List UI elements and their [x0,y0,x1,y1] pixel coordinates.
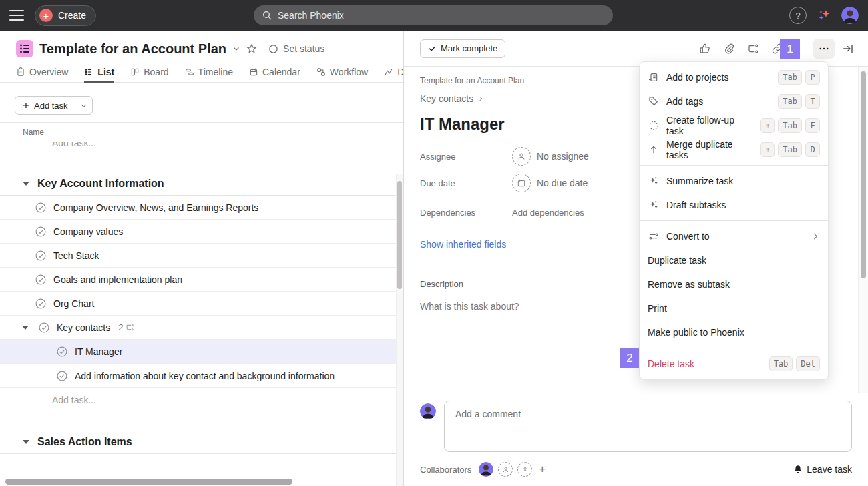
thumbs-up-icon [699,43,711,55]
tab-calendar[interactable]: Calendar [249,61,300,82]
menu-item-summarize-task[interactable]: Summarize task [640,169,828,193]
set-status-button[interactable]: Set status [268,43,324,54]
hamburger-menu-icon[interactable] [9,10,24,21]
subtask-button[interactable] [742,39,764,59]
star-icon[interactable] [246,43,257,54]
horizontal-scrollbar[interactable] [5,479,292,485]
section-row[interactable]: Sales Action Items [0,430,403,454]
section-row[interactable]: Key Account Information [0,172,403,196]
add-task-row-label: Add task... [52,142,96,148]
merge-icon [648,144,660,155]
collapse-triangle-icon[interactable] [23,182,29,186]
collaborator-placeholder-icon[interactable] [517,462,532,477]
task-check-icon[interactable] [35,274,47,286]
task-row[interactable]: Goals and implementation plan [0,268,403,292]
kbd-key: ⇧ [760,118,775,133]
show-inherited-fields-link[interactable]: Show inherited fields [420,239,506,250]
collapse-triangle-icon[interactable] [23,440,29,444]
add-task-row[interactable]: Add task... [0,388,403,412]
column-header-name[interactable]: Name [0,122,403,142]
task-row[interactable]: Add information about key contact and ba… [0,364,403,388]
tab-overview[interactable]: Overview [16,61,68,82]
sparkles-icon[interactable] [817,9,831,22]
task-check-icon[interactable] [35,226,47,238]
collapse-triangle-icon[interactable] [22,326,29,330]
add-task-row[interactable]: Add task... [0,142,403,154]
menu-divider [640,165,828,166]
create-button[interactable]: + Create [35,5,96,26]
tab-timeline[interactable]: Timeline [185,61,233,82]
task-check-icon[interactable] [35,202,47,214]
due-date-calendar-icon [512,174,531,192]
task-check-icon[interactable] [35,250,47,262]
menu-item-print[interactable]: Print [640,296,828,320]
menu-item-delete-task[interactable]: Delete taskTabDel [640,352,828,376]
task-row[interactable]: Company Overview, News, and Earnings Rep… [0,196,403,220]
add-task-button[interactable]: Add task [15,96,93,115]
tab-workflow[interactable]: Workflow [316,61,368,82]
task-row[interactable]: Company values [0,220,403,244]
user-avatar[interactable] [841,7,859,24]
add-task-dropdown-button[interactable] [75,97,92,114]
project-chevron-down-icon[interactable] [232,45,240,53]
task-row[interactable]: Org Chart [0,292,403,316]
task-check-icon[interactable] [35,298,47,310]
project-title: Template for an Account Plan [39,41,226,57]
task-row[interactable]: Tech Stack [0,244,403,268]
menu-item-make-public-to-phoenix[interactable]: Make public to Phoenix [640,320,828,344]
leave-task-button[interactable]: Leave task [793,464,852,475]
search-input[interactable]: Search Phoenix [254,5,613,25]
menu-item-convert-to[interactable]: Convert to [640,224,828,248]
kbd-key: P [805,70,820,85]
task-check-icon[interactable] [56,370,68,382]
like-button[interactable] [694,39,716,59]
menu-item-remove-as-subtask[interactable]: Remove as subtask [640,272,828,296]
attachment-button[interactable] [718,39,740,59]
due-date-value[interactable]: No due date [512,174,588,192]
tab-label: Dashbo [397,67,404,77]
menu-item-merge-duplicate-tasks[interactable]: Merge duplicate tasks⇧TabD [640,138,828,162]
left-scrollbar-thumb[interactable] [397,181,402,289]
task-row[interactable]: Key contacts2 [0,316,403,340]
tab-dashbo[interactable]: Dashbo [384,61,404,82]
tag-icon [648,96,660,107]
menu-item-draft-subtasks[interactable]: Draft subtasks [640,193,828,217]
collaborator-placeholder-icon[interactable] [498,462,513,477]
task-name: Add information about key contact and ba… [75,371,335,381]
add-dependencies-button[interactable]: Add dependencies [512,208,584,218]
add-collaborator-button[interactable]: + [539,463,546,476]
bell-icon [793,465,803,474]
kbd-key: D [805,142,820,157]
menu-item-duplicate-task[interactable]: Duplicate task [640,248,828,272]
mark-complete-button[interactable]: Mark complete [420,39,505,58]
help-button[interactable]: ? [789,7,807,24]
comment-input[interactable]: Add a comment [444,401,852,452]
menu-item-label: Delete task [648,358,694,369]
section-title: Key Account Information [37,178,164,190]
top-bar: + Create Search Phoenix ? [0,0,868,31]
menu-item-create-follow-up-task[interactable]: Create follow-up task⇧TabF [640,113,828,138]
right-scrollbar-thumb[interactable] [861,71,866,278]
kbd-key: Tab [778,70,802,85]
task-options-menu: Add to projectsTabPAdd tagsTabTCreate fo… [639,61,829,380]
task-row[interactable]: IT Manager [0,340,403,364]
task-name: Goals and implementation plan [53,274,182,285]
kbd-key: Tab [769,356,793,371]
menu-item-add-tags[interactable]: Add tagsTabT [640,89,828,113]
more-options-button[interactable] [813,39,835,59]
task-check-icon[interactable] [38,322,50,334]
project-list-pane: Template for an Account Plan Set status … [0,31,404,486]
collapse-pane-button[interactable] [837,39,859,59]
tab-label: Board [144,67,168,77]
tab-list[interactable]: List [84,61,114,82]
tab-board[interactable]: Board [130,61,168,82]
menu-item-label: Make public to Phoenix [648,327,744,338]
menu-item-add-to-projects[interactable]: Add to projectsTabP [640,65,828,89]
task-check-icon[interactable] [56,346,68,358]
task-name: Key contacts [57,322,110,333]
dots-icon [818,43,830,55]
shortcut-keys: TabT [778,94,820,109]
search-placeholder: Search Phoenix [278,10,344,21]
assignee-value[interactable]: No assignee [512,147,589,166]
collaborator-avatar[interactable] [479,462,493,477]
